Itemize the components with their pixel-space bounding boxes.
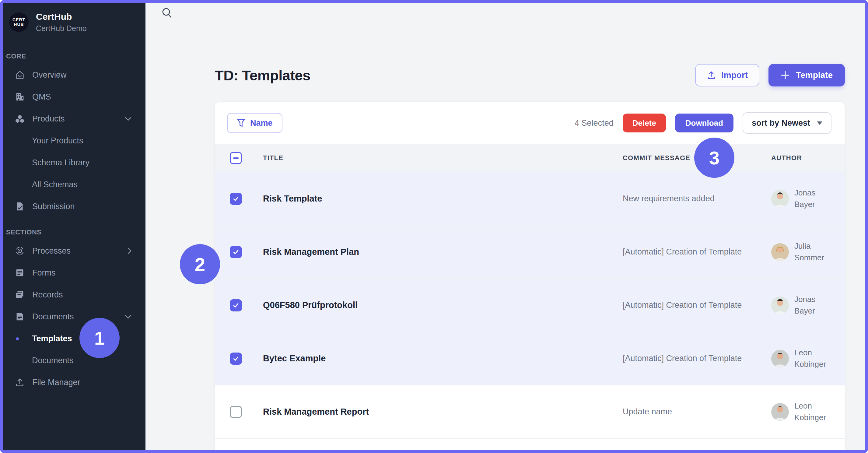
home-icon bbox=[14, 69, 26, 81]
sidebar-item-documents-sub[interactable]: Documents bbox=[3, 350, 146, 371]
app-window: CERT HUB CertHub CertHub Demo CORE Overv… bbox=[0, 0, 868, 453]
row-commit-message: [Automatic] Creation of Template bbox=[623, 247, 771, 256]
sidebar-item-records[interactable]: Records bbox=[3, 284, 146, 306]
sidebar-item-label: Products bbox=[32, 114, 65, 124]
select-all-checkbox[interactable] bbox=[230, 152, 242, 164]
brand-subtitle: CertHub Demo bbox=[36, 24, 87, 33]
plus-icon bbox=[781, 71, 790, 80]
chevron-down-icon bbox=[125, 315, 131, 319]
sidebar-item-label: All Schemas bbox=[32, 180, 78, 189]
download-button[interactable]: Download bbox=[675, 114, 734, 132]
sidebar-item-documents[interactable]: Documents bbox=[3, 306, 146, 328]
selected-count: 4 Selected bbox=[575, 118, 614, 128]
sort-dropdown[interactable]: sort by Newest bbox=[743, 112, 832, 134]
logo-text-bottom: HUB bbox=[14, 22, 24, 27]
row-author: Jonas Bayer bbox=[771, 187, 845, 210]
table-row[interactable]: Risk Management Report Update name Leon … bbox=[215, 385, 845, 438]
archive-icon bbox=[14, 289, 26, 300]
sidebar-item-label: Submission bbox=[32, 202, 75, 211]
avatar bbox=[771, 297, 789, 314]
page-title: TD: Templates bbox=[215, 67, 310, 84]
sidebar-item-label: QMS bbox=[32, 92, 51, 102]
table-row[interactable]: Risk Template New requirements added Jon… bbox=[215, 172, 845, 225]
brand: CERT HUB CertHub CertHub Demo bbox=[9, 11, 146, 33]
row-title: Risk Management Report bbox=[263, 407, 623, 417]
import-button-label: Import bbox=[721, 70, 748, 80]
annotation-badge-3: 3 bbox=[694, 138, 734, 178]
indeterminate-icon bbox=[233, 157, 239, 159]
sidebar-item-label: Overview bbox=[32, 70, 67, 80]
sidebar-item-templates[interactable]: Templates bbox=[3, 328, 146, 350]
sidebar-item-your-products[interactable]: Your Products bbox=[3, 130, 146, 152]
author-name: Jonas Bayer bbox=[794, 294, 835, 316]
table-toolbar: Name 4 Selected Delete Download sort by … bbox=[215, 102, 845, 144]
header-actions: Import Template bbox=[695, 64, 845, 87]
sidebar-item-overview[interactable]: Overview bbox=[3, 64, 146, 86]
avatar bbox=[771, 403, 789, 421]
sidebar-item-file-manager[interactable]: File Manager bbox=[3, 371, 146, 393]
name-filter-button[interactable]: Name bbox=[227, 113, 282, 133]
nav-sections: Processes Forms bbox=[3, 240, 146, 393]
section-label-core: CORE bbox=[6, 52, 146, 60]
upload-icon bbox=[707, 71, 716, 80]
column-header-title: TITLE bbox=[263, 154, 623, 162]
sidebar-item-qms[interactable]: QMS bbox=[3, 86, 146, 108]
author-name: Leon Kobinger bbox=[794, 400, 835, 423]
row-commit-message: [Automatic] Creation of Template bbox=[623, 354, 771, 363]
row-checkbox[interactable] bbox=[230, 193, 242, 205]
sidebar-item-products[interactable]: Products bbox=[3, 108, 146, 130]
row-checkbox[interactable] bbox=[230, 353, 242, 365]
row-commit-message: [Automatic] Creation of Template bbox=[623, 300, 771, 310]
annotation-badge-2: 2 bbox=[180, 244, 220, 284]
active-dot-icon bbox=[16, 337, 19, 340]
sidebar-item-submission[interactable]: Submission bbox=[3, 195, 146, 217]
import-button[interactable]: Import bbox=[695, 64, 760, 87]
section-label-sections: SECTIONS bbox=[6, 228, 146, 236]
sidebar-item-label: Documents bbox=[32, 356, 74, 365]
row-title: Bytec Example bbox=[263, 354, 623, 363]
avatar bbox=[771, 243, 789, 261]
filter-funnel-icon bbox=[237, 118, 245, 127]
row-author: Jonas Bayer bbox=[771, 294, 845, 316]
row-title: Risk Template bbox=[263, 193, 623, 204]
cubes-icon bbox=[14, 113, 26, 124]
main-area: TD: Templates Import Template bbox=[146, 3, 865, 450]
page-header: TD: Templates Import Template bbox=[215, 64, 845, 87]
sidebar-item-label: File Manager bbox=[32, 378, 80, 387]
table-header-row: TITLE COMMIT MESSAGE AUTHOR bbox=[215, 144, 845, 172]
row-commit-message: New requirements added bbox=[623, 194, 771, 203]
upload-icon bbox=[14, 376, 26, 388]
row-checkbox[interactable] bbox=[230, 299, 242, 311]
table-row[interactable]: Q06F580 Prüfprotokoll [Automatic] Creati… bbox=[215, 278, 845, 332]
toolbar-right: 4 Selected Delete Download sort by Newes… bbox=[575, 112, 832, 134]
sidebar-item-all-schemas[interactable]: All Schemas bbox=[3, 174, 146, 195]
row-checkbox[interactable] bbox=[230, 246, 242, 258]
row-checkbox[interactable] bbox=[230, 406, 242, 418]
table-row[interactable]: Risk Management Plan [Automatic] Creatio… bbox=[215, 225, 845, 278]
add-template-button[interactable]: Template bbox=[769, 64, 845, 87]
row-title: Q06F580 Prüfprotokoll bbox=[263, 300, 623, 310]
chevron-right-icon bbox=[127, 247, 131, 254]
sidebar-item-forms[interactable]: Forms bbox=[3, 262, 146, 284]
sidebar-item-label: Schema Library bbox=[32, 158, 90, 168]
author-name: Jonas Bayer bbox=[794, 187, 835, 210]
delete-button[interactable]: Delete bbox=[623, 114, 666, 132]
avatar bbox=[771, 190, 789, 208]
name-filter-label: Name bbox=[250, 118, 273, 128]
sidebar-item-processes[interactable]: Processes bbox=[3, 240, 146, 262]
row-title: Risk Management Plan bbox=[263, 247, 623, 257]
sidebar-item-label: Templates bbox=[32, 334, 72, 343]
logo-text-top: CERT bbox=[12, 18, 25, 22]
sidebar-item-label: Your Products bbox=[32, 136, 83, 146]
sort-dropdown-label: sort by Newest bbox=[752, 118, 810, 128]
author-name: Julia Sommer bbox=[794, 241, 835, 263]
file-text-icon bbox=[14, 311, 26, 323]
form-icon bbox=[14, 267, 26, 278]
sidebar-item-label: Records bbox=[32, 290, 63, 300]
row-author: Julia Sommer bbox=[771, 241, 845, 263]
sidebar-item-schema-library[interactable]: Schema Library bbox=[3, 152, 146, 174]
sidebar-item-label: Documents bbox=[32, 312, 74, 322]
search-icon[interactable] bbox=[161, 7, 174, 20]
table-row[interactable]: Bytec Example [Automatic] Creation of Te… bbox=[215, 332, 845, 385]
avatar bbox=[771, 350, 789, 367]
